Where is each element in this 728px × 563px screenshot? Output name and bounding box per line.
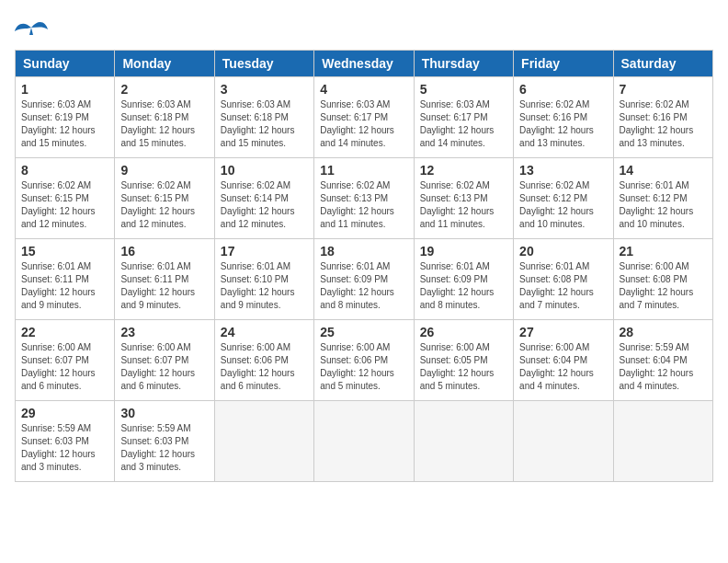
day-info: Sunrise: 6:00 AM Sunset: 6:06 PM Dayligh… xyxy=(320,341,407,393)
header-saturday: Saturday xyxy=(613,51,712,77)
day-number: 22 xyxy=(21,325,108,339)
day-info: Sunrise: 6:02 AM Sunset: 6:13 PM Dayligh… xyxy=(420,179,507,231)
logo xyxy=(15,15,51,40)
day-info: Sunrise: 6:03 AM Sunset: 6:17 PM Dayligh… xyxy=(420,98,507,150)
day-number: 9 xyxy=(120,163,208,178)
calendar-day-empty xyxy=(414,401,513,482)
day-info: Sunrise: 6:01 AM Sunset: 6:12 PM Dayligh… xyxy=(620,179,707,231)
calendar-table: Sunday Monday Tuesday Wednesday Thursday… xyxy=(15,50,713,482)
day-info: Sunrise: 6:01 AM Sunset: 6:09 PM Dayligh… xyxy=(320,260,407,312)
day-number: 15 xyxy=(21,244,108,259)
calendar-day-12: 12 Sunrise: 6:02 AM Sunset: 6:13 PM Dayl… xyxy=(414,158,513,239)
calendar-day-19: 19 Sunrise: 6:01 AM Sunset: 6:09 PM Dayl… xyxy=(414,239,513,320)
calendar-day-empty xyxy=(613,401,712,482)
day-info: Sunrise: 6:00 AM Sunset: 6:05 PM Dayligh… xyxy=(420,341,507,393)
day-info: Sunrise: 6:02 AM Sunset: 6:16 PM Dayligh… xyxy=(519,98,607,150)
calendar-day-21: 21 Sunrise: 6:00 AM Sunset: 6:08 PM Dayl… xyxy=(613,239,712,320)
day-info: Sunrise: 6:03 AM Sunset: 6:18 PM Dayligh… xyxy=(221,98,308,150)
calendar-day-9: 9 Sunrise: 6:02 AM Sunset: 6:15 PM Dayli… xyxy=(115,158,214,239)
day-number: 18 xyxy=(320,244,407,259)
day-info: Sunrise: 6:02 AM Sunset: 6:12 PM Dayligh… xyxy=(519,179,607,231)
day-info: Sunrise: 5:59 AM Sunset: 6:04 PM Dayligh… xyxy=(620,341,707,393)
day-number: 24 xyxy=(221,325,308,339)
day-info: Sunrise: 6:00 AM Sunset: 6:06 PM Dayligh… xyxy=(221,341,308,393)
calendar-day-20: 20 Sunrise: 6:01 AM Sunset: 6:08 PM Dayl… xyxy=(514,239,613,320)
day-info: Sunrise: 6:02 AM Sunset: 6:13 PM Dayligh… xyxy=(320,179,407,231)
calendar-day-28: 28 Sunrise: 5:59 AM Sunset: 6:04 PM Dayl… xyxy=(613,320,712,401)
calendar-day-16: 16 Sunrise: 6:01 AM Sunset: 6:11 PM Dayl… xyxy=(115,239,214,320)
calendar-week-3: 15 Sunrise: 6:01 AM Sunset: 6:11 PM Dayl… xyxy=(16,239,713,320)
day-info: Sunrise: 6:00 AM Sunset: 6:07 PM Dayligh… xyxy=(120,341,208,393)
header-thursday: Thursday xyxy=(414,51,513,77)
day-number: 1 xyxy=(21,82,108,97)
day-info: Sunrise: 6:02 AM Sunset: 6:16 PM Dayligh… xyxy=(620,98,707,150)
calendar-day-empty xyxy=(314,401,414,482)
calendar-week-2: 8 Sunrise: 6:02 AM Sunset: 6:15 PM Dayli… xyxy=(16,158,713,239)
header-tuesday: Tuesday xyxy=(214,51,313,77)
page-header xyxy=(15,15,713,40)
day-number: 20 xyxy=(519,244,607,259)
day-number: 5 xyxy=(420,82,507,97)
day-info: Sunrise: 6:01 AM Sunset: 6:11 PM Dayligh… xyxy=(120,260,208,312)
calendar-day-empty xyxy=(514,401,613,482)
calendar-day-29: 29 Sunrise: 5:59 AM Sunset: 6:03 PM Dayl… xyxy=(16,401,115,482)
calendar-day-30: 30 Sunrise: 5:59 AM Sunset: 6:03 PM Dayl… xyxy=(115,401,214,482)
day-info: Sunrise: 5:59 AM Sunset: 6:03 PM Dayligh… xyxy=(21,422,108,474)
calendar-day-4: 4 Sunrise: 6:03 AM Sunset: 6:17 PM Dayli… xyxy=(314,77,414,158)
day-number: 3 xyxy=(221,82,308,97)
day-number: 4 xyxy=(320,82,407,97)
logo-bird-icon xyxy=(15,15,48,40)
day-number: 12 xyxy=(420,163,507,178)
day-info: Sunrise: 6:03 AM Sunset: 6:19 PM Dayligh… xyxy=(21,98,108,150)
day-number: 19 xyxy=(420,244,507,259)
header-monday: Monday xyxy=(115,51,214,77)
day-info: Sunrise: 6:00 AM Sunset: 6:07 PM Dayligh… xyxy=(21,341,108,393)
calendar-week-5: 29 Sunrise: 5:59 AM Sunset: 6:03 PM Dayl… xyxy=(16,401,713,482)
day-info: Sunrise: 6:02 AM Sunset: 6:14 PM Dayligh… xyxy=(221,179,308,231)
header-friday: Friday xyxy=(514,51,613,77)
day-number: 27 xyxy=(519,325,607,339)
day-number: 29 xyxy=(21,406,108,420)
day-number: 8 xyxy=(21,163,108,178)
day-info: Sunrise: 5:59 AM Sunset: 6:03 PM Dayligh… xyxy=(120,422,208,474)
calendar-week-4: 22 Sunrise: 6:00 AM Sunset: 6:07 PM Dayl… xyxy=(16,320,713,401)
day-number: 2 xyxy=(120,82,208,97)
day-number: 17 xyxy=(221,244,308,259)
calendar-day-7: 7 Sunrise: 6:02 AM Sunset: 6:16 PM Dayli… xyxy=(613,77,712,158)
day-number: 13 xyxy=(519,163,607,178)
day-info: Sunrise: 6:02 AM Sunset: 6:15 PM Dayligh… xyxy=(120,179,208,231)
day-info: Sunrise: 6:03 AM Sunset: 6:17 PM Dayligh… xyxy=(320,98,407,150)
day-number: 10 xyxy=(221,163,308,178)
day-number: 28 xyxy=(620,325,707,339)
day-info: Sunrise: 6:01 AM Sunset: 6:10 PM Dayligh… xyxy=(221,260,308,312)
calendar-day-empty xyxy=(214,401,313,482)
calendar-day-24: 24 Sunrise: 6:00 AM Sunset: 6:06 PM Dayl… xyxy=(214,320,313,401)
day-number: 23 xyxy=(120,325,208,339)
calendar-body: 1 Sunrise: 6:03 AM Sunset: 6:19 PM Dayli… xyxy=(16,77,713,482)
calendar-day-1: 1 Sunrise: 6:03 AM Sunset: 6:19 PM Dayli… xyxy=(16,77,115,158)
calendar-week-1: 1 Sunrise: 6:03 AM Sunset: 6:19 PM Dayli… xyxy=(16,77,713,158)
calendar-day-3: 3 Sunrise: 6:03 AM Sunset: 6:18 PM Dayli… xyxy=(214,77,313,158)
calendar-day-27: 27 Sunrise: 6:00 AM Sunset: 6:04 PM Dayl… xyxy=(514,320,613,401)
day-info: Sunrise: 6:02 AM Sunset: 6:15 PM Dayligh… xyxy=(21,179,108,231)
day-number: 6 xyxy=(519,82,607,97)
calendar-day-6: 6 Sunrise: 6:02 AM Sunset: 6:16 PM Dayli… xyxy=(514,77,613,158)
day-info: Sunrise: 6:01 AM Sunset: 6:09 PM Dayligh… xyxy=(420,260,507,312)
day-number: 7 xyxy=(620,82,707,97)
day-number: 25 xyxy=(320,325,407,339)
day-number: 16 xyxy=(120,244,208,259)
day-number: 11 xyxy=(320,163,407,178)
day-number: 30 xyxy=(120,406,208,420)
calendar-day-5: 5 Sunrise: 6:03 AM Sunset: 6:17 PM Dayli… xyxy=(414,77,513,158)
calendar-day-17: 17 Sunrise: 6:01 AM Sunset: 6:10 PM Dayl… xyxy=(214,239,313,320)
calendar-day-23: 23 Sunrise: 6:00 AM Sunset: 6:07 PM Dayl… xyxy=(115,320,214,401)
day-info: Sunrise: 6:00 AM Sunset: 6:04 PM Dayligh… xyxy=(519,341,607,393)
day-number: 14 xyxy=(620,163,707,178)
calendar-day-13: 13 Sunrise: 6:02 AM Sunset: 6:12 PM Dayl… xyxy=(514,158,613,239)
calendar-day-8: 8 Sunrise: 6:02 AM Sunset: 6:15 PM Dayli… xyxy=(16,158,115,239)
calendar-day-25: 25 Sunrise: 6:00 AM Sunset: 6:06 PM Dayl… xyxy=(314,320,414,401)
header-wednesday: Wednesday xyxy=(314,51,414,77)
day-number: 21 xyxy=(620,244,707,259)
calendar-day-15: 15 Sunrise: 6:01 AM Sunset: 6:11 PM Dayl… xyxy=(16,239,115,320)
calendar-day-2: 2 Sunrise: 6:03 AM Sunset: 6:18 PM Dayli… xyxy=(115,77,214,158)
